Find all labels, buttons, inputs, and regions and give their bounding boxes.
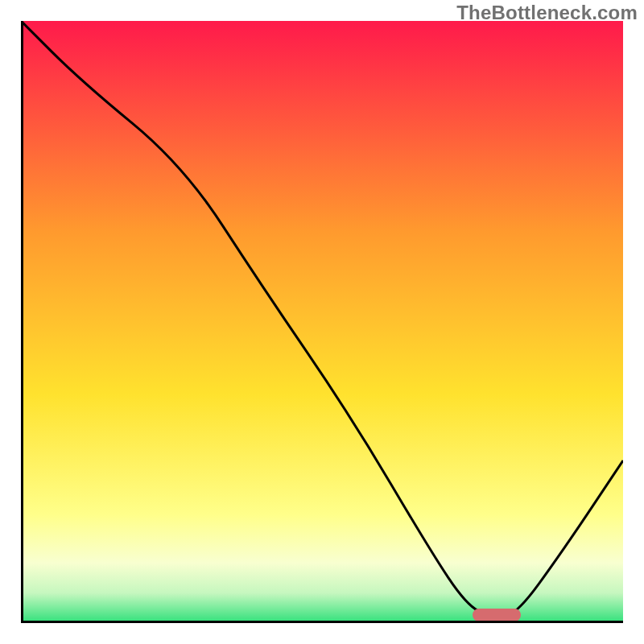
plot-svg bbox=[21, 21, 623, 623]
gradient-background bbox=[21, 21, 623, 623]
y-axis bbox=[21, 21, 23, 623]
plot-area bbox=[21, 21, 623, 623]
attribution-label: TheBottleneck.com bbox=[456, 2, 638, 24]
bottleneck-chart: TheBottleneck.com bbox=[0, 0, 644, 644]
optimal-marker bbox=[473, 609, 521, 621]
x-axis bbox=[21, 621, 623, 623]
